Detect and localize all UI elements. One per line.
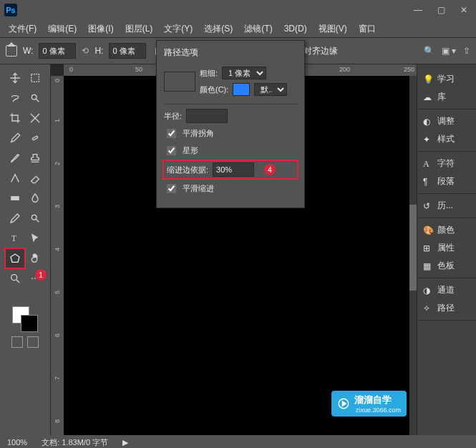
smooth-indent-check[interactable] [167,184,176,193]
panel-channels-label: 通道 [437,284,455,296]
panel-swatches-label: 色板 [437,260,455,272]
width-input[interactable] [39,43,76,59]
search-icon[interactable]: 🔍 [424,46,434,56]
color-label: 颜色(C): [200,84,228,95]
panel-paths[interactable]: ✧路径 [417,299,476,317]
popup-title: 路径选项 [164,47,297,59]
smooth-corners-label: 平滑拐角 [183,128,214,139]
menu-type[interactable]: 文字(Y) [160,21,197,36]
status-bar: 100% 文档: 1.83M/0 字节 ▶ [0,435,476,448]
radius-input[interactable] [186,109,228,123]
frame-icon[interactable]: ▣ ▾ [442,46,456,56]
radius-label: 半径: [164,111,182,122]
popup-separator [164,104,297,104]
menu-view[interactable]: 视图(V) [314,21,351,36]
panel-character[interactable]: A字符 [417,155,476,172]
star-checkbox[interactable]: 星形 [164,144,297,157]
panel-library-label: 库 [437,91,446,103]
link-icon[interactable]: ⟲ [82,46,89,56]
panel-paragraph[interactable]: ¶段落 [417,172,476,190]
status-arrow-icon[interactable]: ▶ [122,438,128,447]
tool-stamp[interactable] [26,149,44,167]
height-input[interactable] [109,43,146,59]
ruler-v-tick: 8 [54,419,61,423]
scroll-thumb[interactable] [409,205,417,291]
tool-eyedropper[interactable] [6,129,24,147]
smooth-corners-checkbox[interactable]: 平滑拐角 [164,127,297,140]
tool-history-brush[interactable] [6,169,24,188]
ruler-v-tick: 7 [54,376,61,380]
tool-polygon[interactable] [6,249,24,268]
tool-crop[interactable] [6,109,24,127]
smooth-indent-checkbox[interactable]: 平滑缩进 [164,182,297,195]
star-label: 星形 [183,145,198,156]
background-color[interactable] [21,315,38,332]
height-label: H: [94,46,103,56]
popup-preview-swatch[interactable] [164,72,195,92]
tool-type[interactable]: T [6,229,24,248]
color-swatch-icon[interactable] [233,83,250,96]
indent-input[interactable] [213,162,254,177]
titlebar: Ps ― ▢ ✕ [0,0,476,20]
tool-eraser[interactable] [26,169,44,188]
home-icon[interactable] [6,45,17,57]
tool-marquee[interactable] [26,69,44,87]
annotation-badge-4: 4 [264,164,276,175]
color-select[interactable]: 默... [254,83,287,96]
svg-point-2 [31,94,37,99]
panel-library[interactable]: ☁库 [417,88,476,106]
panel-swatches[interactable]: ▦色板 [417,257,476,275]
scrollbar-vertical[interactable] [409,76,417,435]
ruler-v-tick: 5 [54,291,61,294]
tool-dodge[interactable] [26,209,44,228]
doc-info[interactable]: 文档: 1.83M/0 字节 [42,437,108,448]
thickness-select[interactable]: 1 像素 [222,67,266,79]
tool-path-select[interactable] [26,229,44,248]
tool-move[interactable] [6,69,24,87]
svg-rect-4 [11,196,19,200]
svg-text:T: T [11,233,17,243]
menu-window[interactable]: 窗口 [354,21,380,36]
color-swatch[interactable] [12,306,38,332]
menu-select[interactable]: 选择(S) [200,21,237,36]
tool-pen[interactable] [6,209,24,228]
star-check[interactable] [167,146,176,155]
tool-hand[interactable] [26,249,44,268]
ruler-h-tick: 200 [339,66,350,73]
share-icon[interactable]: ⇧ [463,46,470,56]
tool-blur[interactable] [26,189,44,208]
menu-layer[interactable]: 图层(L) [121,21,157,36]
tool-quick-select[interactable] [26,89,44,107]
ruler-h-tick: 0 [69,66,73,73]
panel-styles[interactable]: ✦样式 [417,130,476,148]
menu-3d[interactable]: 3D(D) [280,22,311,35]
minimize-button[interactable]: ― [410,5,426,15]
panel-properties[interactable]: ⊞属性 [417,239,476,257]
indent-label: 缩进边依据: [167,165,208,175]
tool-zoom[interactable] [6,269,24,288]
menu-filter[interactable]: 滤镜(T) [240,21,276,36]
menu-image[interactable]: 图像(I) [84,21,117,36]
tool-gradient[interactable] [6,189,24,208]
panel-adjust[interactable]: ◐调整 [417,112,476,130]
mode-toggles [11,336,39,348]
maximize-button[interactable]: ▢ [433,5,449,15]
panel-history[interactable]: ↺历... [417,197,476,215]
panel-color[interactable]: 🎨颜色 [417,221,476,239]
panel-channels[interactable]: ◑通道 [417,281,476,299]
smooth-corners-check[interactable] [167,129,176,138]
thickness-label: 粗细: [200,68,218,79]
tool-lasso[interactable] [6,89,24,107]
menu-edit[interactable]: 编辑(E) [44,21,81,36]
tool-healing[interactable] [26,129,44,147]
ruler-vertical[interactable]: 0 1 2 3 4 5 6 7 8 [51,76,64,435]
tool-slice[interactable] [26,109,44,127]
close-button[interactable]: ✕ [456,5,472,15]
menu-file[interactable]: 文件(F) [4,21,41,36]
quickmask-mode-icon[interactable] [27,336,39,348]
zoom-level[interactable]: 100% [7,438,27,447]
panel-paths-label: 路径 [437,302,455,314]
panel-learn[interactable]: 💡学习 [417,70,476,88]
standard-mode-icon[interactable] [11,336,23,348]
tool-brush[interactable] [6,149,24,167]
